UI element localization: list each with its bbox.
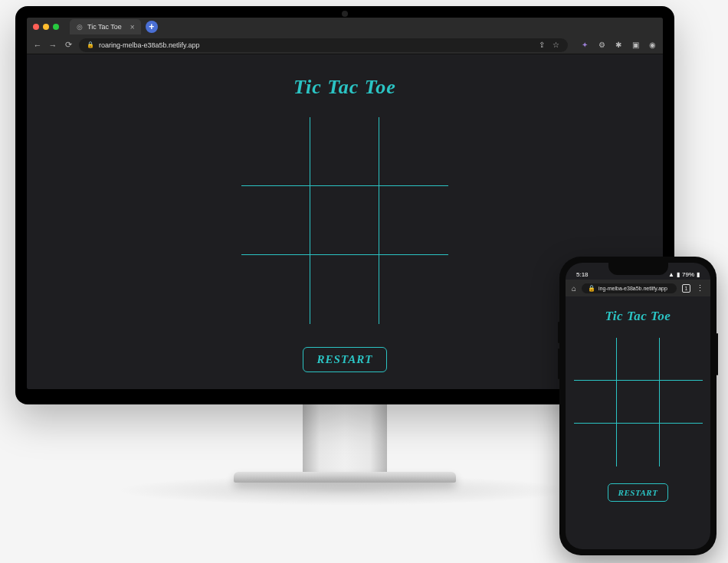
extension-icons: ✦ ⚙ ✱ ▣ ◉ [580, 41, 657, 50]
phone-side-button [558, 349, 559, 379]
tab-title: Tic Tac Toe [87, 23, 122, 31]
board-cell[interactable] [617, 424, 660, 466]
phone-mockup: 5:18 ▲ ▮ 79% ▮ ⌂ 🔒 ing-melba-e38a5b.netl… [559, 257, 717, 555]
status-time: 5:18 [576, 271, 589, 278]
phone-address-text: ing-melba-e38a5b.netlify.app [598, 286, 671, 291]
tab-favicon-icon: ◎ [76, 23, 84, 31]
board-cell[interactable] [660, 381, 703, 424]
board-cell[interactable] [310, 186, 379, 255]
nav-forward-icon[interactable]: → [48, 41, 57, 50]
board-cell[interactable] [574, 338, 617, 381]
board-cell[interactable] [574, 381, 617, 424]
phone-side-button [717, 333, 718, 375]
browser-chrome: ◎ Tic Tac Toe × + ← → ⟳ 🔒 roaring-melba-… [27, 18, 663, 54]
board-cell[interactable] [241, 186, 310, 255]
lock-icon: 🔒 [588, 285, 595, 292]
tabs-count-button[interactable]: 1 [682, 284, 690, 293]
extension-icon[interactable]: ✦ [580, 41, 589, 50]
lock-icon: 🔒 [87, 41, 94, 48]
monitor-stand-neck [303, 404, 387, 473]
tab-row: ◎ Tic Tac Toe × + [27, 18, 663, 36]
home-icon[interactable]: ⌂ [572, 284, 576, 293]
board-cell[interactable] [310, 117, 379, 186]
phone-side-button [558, 322, 559, 343]
monitor-shadow [115, 475, 575, 506]
tabs-count-label: 1 [685, 286, 688, 291]
signal-icon: ▮ [677, 271, 680, 278]
tab-close-icon[interactable]: × [130, 23, 135, 31]
board-cell[interactable] [379, 117, 448, 186]
extension-icon[interactable]: ⚙ [597, 41, 606, 50]
status-right: ▲ ▮ 79% ▮ [668, 271, 700, 278]
game-board [241, 117, 448, 324]
restart-button[interactable]: RESTART [608, 483, 669, 502]
page-title: Tic Tac Toe [293, 76, 396, 99]
share-icon[interactable]: ⇪ [537, 41, 546, 50]
bookmark-star-icon[interactable]: ☆ [551, 41, 560, 50]
board-cell[interactable] [241, 117, 310, 186]
board-cell[interactable] [660, 424, 703, 466]
extensions-puzzle-icon[interactable]: ✱ [614, 41, 623, 50]
phone-screen: 5:18 ▲ ▮ 79% ▮ ⌂ 🔒 ing-melba-e38a5b.netl… [566, 263, 710, 549]
board-cell[interactable] [379, 255, 448, 324]
wifi-icon: ▲ [668, 271, 674, 278]
new-tab-button[interactable]: + [146, 21, 158, 33]
board-cell[interactable] [617, 381, 660, 424]
phone-address-row: ⌂ 🔒 ing-melba-e38a5b.netlify.app 1 ⋮ [566, 280, 710, 296]
battery-text: 79% [682, 271, 694, 278]
browser-tab[interactable]: ◎ Tic Tac Toe × [70, 19, 141, 34]
board-cell[interactable] [241, 255, 310, 324]
close-window-icon[interactable] [33, 24, 39, 30]
board-cell[interactable] [617, 338, 660, 381]
board-cell[interactable] [310, 255, 379, 324]
battery-icon: ▮ [697, 271, 700, 278]
game-board [574, 338, 703, 466]
board-cell[interactable] [660, 338, 703, 381]
monitor-camera-icon [342, 11, 348, 17]
address-row: ← → ⟳ 🔒 roaring-melba-e38a5b.netlify.app… [27, 36, 663, 54]
maximize-window-icon[interactable] [53, 24, 59, 30]
address-text: roaring-melba-e38a5b.netlify.app [99, 41, 533, 49]
profile-avatar-icon[interactable]: ◉ [648, 41, 657, 50]
phone-notch-icon [608, 263, 668, 275]
phone-address-bar[interactable]: 🔒 ing-melba-e38a5b.netlify.app [582, 283, 677, 293]
minimize-window-icon[interactable] [43, 24, 49, 30]
menu-kebab-icon[interactable]: ⋮ [696, 283, 704, 293]
address-bar[interactable]: 🔒 roaring-melba-e38a5b.netlify.app ⇪ ☆ [79, 38, 568, 52]
reload-icon[interactable]: ⟳ [64, 41, 73, 50]
window-controls [33, 24, 59, 30]
phone-app-content: Tic Tac Toe RESTART [566, 296, 710, 549]
plus-icon: + [149, 21, 154, 32]
page-title: Tic Tac Toe [605, 309, 671, 324]
board-cell[interactable] [379, 186, 448, 255]
board-cell[interactable] [574, 424, 617, 466]
restart-button[interactable]: RESTART [303, 347, 388, 372]
devtools-icon[interactable]: ▣ [631, 41, 640, 50]
nav-back-icon[interactable]: ← [33, 41, 42, 50]
